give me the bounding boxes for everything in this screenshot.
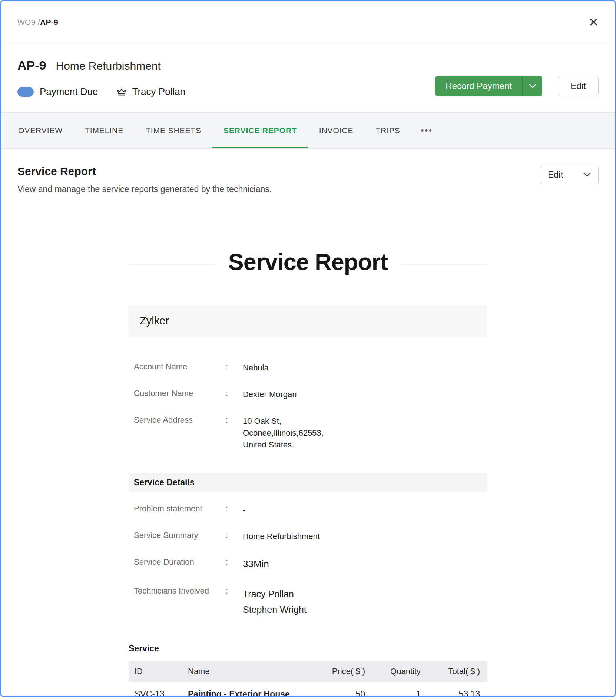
assignee-name: Tracy Pollan [132,86,186,98]
field-colon: : [226,415,243,425]
field-value: 33Min [243,557,482,571]
service-table: ID Name Price( $ ) Quantity Total( $ ) S… [129,661,487,697]
field-colon: : [226,504,243,513]
field-service-summary: Service Summary : Home Refurbishment [134,531,482,542]
section-subtitle: View and manage the service reports gene… [17,184,272,194]
status-color-pill [17,87,34,97]
field-label: Service Duration [134,557,226,567]
field-service-duration: Service Duration : 33Min [134,557,482,571]
column-header-price: Price( $ ) [308,661,369,682]
breadcrumb-parent[interactable]: WO9 [17,18,36,26]
table-row: SVC-13 Painting - Exterior House 50 1 53… [129,682,487,697]
company-name: Zylker [140,315,169,327]
field-customer-name: Customer Name : Dexter Morgan [134,389,482,400]
field-service-address: Service Address : 10 Oak St, Oconee,Illi… [134,415,482,451]
record-title-row: AP-9 Home Refurbishment [17,58,185,73]
column-header-quantity: Quantity [369,661,424,682]
report-edit-dropdown-button[interactable]: Edit [540,165,599,184]
field-technicians-involved: Technicians Involved : Tracy Pollan Step… [134,586,482,618]
record-header: AP-9 Home Refurbishment Payment Due Trac… [1,43,615,112]
service-table-heading: Service [129,644,487,654]
service-details-heading-label: Service Details [134,478,195,488]
column-header-total: Total( $ ) [424,661,487,682]
record-title: Home Refurbishment [56,60,160,72]
more-tabs-icon[interactable]: ••• [411,113,443,148]
field-colon: : [226,389,243,398]
service-details-fields: Problem statement : - Service Summary : … [129,504,487,617]
field-label: Service Address [134,415,226,425]
report-title: Service Report [215,248,401,275]
service-report-document: Service Report Zylker Account Name : Neb… [129,248,487,697]
section-header-left: Service Report View and manage the servi… [17,165,272,194]
record-id: AP-9 [17,58,46,73]
close-icon[interactable]: ✕ [589,16,599,28]
record-payment-button[interactable]: Record Payment [435,76,542,96]
field-account-name: Account Name : Nebula [134,362,482,374]
chevron-down-icon [583,172,591,177]
tab-service-report[interactable]: SERVICE REPORT [212,113,308,148]
field-value: Tracy Pollan Stephen Wright [243,586,482,618]
field-value: Dexter Morgan [243,389,482,400]
tab-invoice[interactable]: INVOICE [308,113,365,148]
record-payment-label: Record Payment [435,76,522,96]
record-header-actions: Record Payment Edit [435,76,599,98]
crown-icon [116,87,127,97]
field-colon: : [226,531,243,540]
service-total-cell: 53.13 [424,682,487,697]
field-value: 10 Oak St, Oconee,Illinois,62553, United… [243,415,482,451]
modal-top-bar: WO9 /AP-9 ✕ [1,1,615,43]
field-label: Customer Name [134,389,226,398]
field-value: Nebula [243,362,482,374]
service-details-heading: Service Details [129,473,487,492]
breadcrumb-current: AP-9 [40,18,58,26]
field-colon: : [226,586,243,596]
field-label: Technicians Involved [134,586,226,596]
edit-button[interactable]: Edit [558,76,599,96]
field-label: Service Summary [134,531,226,540]
chevron-down-icon[interactable] [522,76,542,96]
column-header-id: ID [129,661,184,682]
record-status-row: Payment Due Tracy Pollan [17,86,185,98]
service-quantity-cell: 1 [369,682,424,697]
tab-overview[interactable]: OVERVIEW [7,113,74,148]
field-problem-statement: Problem statement : - [134,504,482,516]
service-id-cell: SVC-13 [129,682,184,697]
field-value: - [243,504,482,516]
field-label: Account Name [134,362,226,371]
tab-trips[interactable]: TRIPS [364,113,411,148]
tab-time-sheets[interactable]: TIME SHEETS [135,113,212,148]
service-report-section-header: Service Report View and manage the servi… [1,149,615,194]
section-title: Service Report [17,165,272,178]
service-name-cell: Painting - Exterior House [184,682,308,697]
report-company-band: Zylker [129,305,487,337]
field-colon: : [226,557,243,567]
record-header-left: AP-9 Home Refurbishment Payment Due Trac… [17,58,185,98]
field-colon: : [226,362,243,371]
breadcrumb-separator: / [36,18,40,26]
customer-fields: Account Name : Nebula Customer Name : De… [129,362,487,450]
column-header-name: Name [184,661,308,682]
field-value: Home Refurbishment [243,531,482,542]
report-edit-label: Edit [548,169,563,180]
field-label: Problem statement [134,504,226,513]
tab-timeline[interactable]: TIMELINE [74,113,135,148]
status-badge: Payment Due [40,86,98,98]
service-table-header-row: ID Name Price( $ ) Quantity Total( $ ) [129,661,487,682]
report-title-rule: Service Report [129,248,487,275]
work-order-detail-modal: WO9 /AP-9 ✕ AP-9 Home Refurbishment Paym… [0,0,616,697]
tab-bar: OVERVIEW TIMELINE TIME SHEETS SERVICE RE… [1,112,615,149]
service-price-cell: 50 [308,682,369,697]
breadcrumb: WO9 /AP-9 [17,18,58,27]
